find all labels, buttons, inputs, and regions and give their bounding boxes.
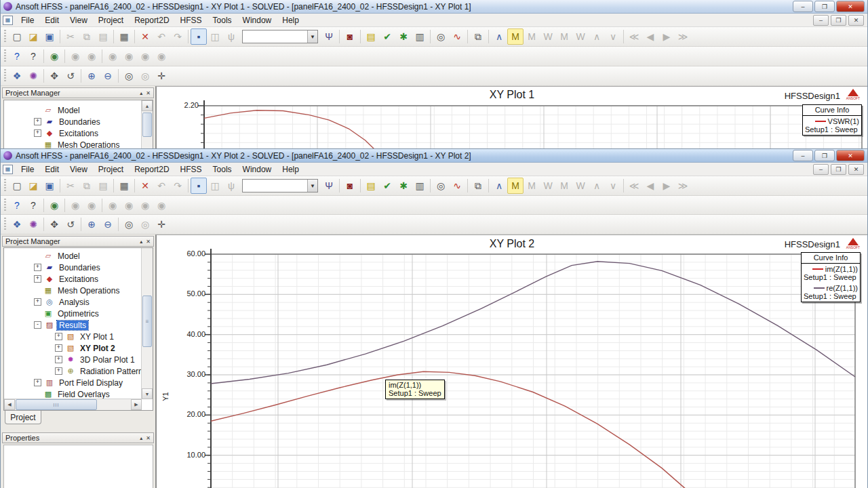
hide-selection-icon[interactable]: ◉ bbox=[67, 48, 83, 64]
project-tab[interactable]: Project bbox=[5, 411, 41, 424]
trace-min-icon[interactable]: W bbox=[540, 178, 556, 194]
tree-horizontal-scrollbar[interactable]: ◀ III ▶ bbox=[4, 399, 142, 410]
menu-tools[interactable]: Tools bbox=[208, 15, 237, 26]
tree-expander-icon[interactable]: + bbox=[55, 367, 62, 375]
select-face-icon[interactable]: ◫ bbox=[207, 28, 223, 45]
minimize-button[interactable]: – bbox=[793, 1, 813, 12]
context-help-icon[interactable]: ? bbox=[25, 48, 41, 64]
analyze-icon[interactable]: ✱ bbox=[395, 28, 412, 45]
select-object-icon[interactable]: ▪ bbox=[191, 28, 207, 45]
help-topics-icon[interactable]: ? bbox=[9, 197, 25, 214]
paste-icon[interactable]: ▤ bbox=[95, 28, 111, 45]
properties-header[interactable]: Properties ▴ ✕ bbox=[2, 432, 154, 443]
fit-selection-icon[interactable]: ◎ bbox=[137, 68, 153, 84]
trace-max-icon[interactable]: M bbox=[524, 178, 540, 194]
next-sweep-icon[interactable]: ▶ bbox=[658, 178, 675, 194]
zoom-in-window-icon[interactable]: ⊕ bbox=[83, 68, 100, 84]
new-file-icon[interactable]: ▢ bbox=[9, 178, 25, 194]
first-sweep-icon[interactable]: ≪ bbox=[626, 178, 642, 194]
orientation-axes-icon[interactable]: ✛ bbox=[153, 68, 170, 84]
show-all-objects-icon[interactable]: ◉ bbox=[46, 197, 62, 214]
cut-icon[interactable]: ✂ bbox=[62, 28, 79, 45]
context-help-icon[interactable]: ? bbox=[25, 197, 41, 214]
show-active-icon[interactable]: ◉ bbox=[153, 197, 170, 214]
tree-item-label[interactable]: Model bbox=[56, 251, 82, 261]
validate-icon[interactable]: ✔ bbox=[379, 28, 395, 45]
show-hidden-icon[interactable]: ◉ bbox=[121, 48, 137, 64]
zoom-report-icon[interactable]: ◎ bbox=[433, 28, 449, 45]
rotate-view-icon[interactable]: ↺ bbox=[62, 216, 79, 232]
tree-expander-icon[interactable]: + bbox=[55, 333, 62, 340]
pan-icon[interactable]: ✥ bbox=[46, 68, 62, 84]
tree-item-label[interactable]: Boundaries bbox=[57, 117, 102, 127]
tree-item-label[interactable]: Results bbox=[57, 321, 88, 330]
tree-item-label[interactable]: Excitations bbox=[57, 274, 100, 284]
tree-item-xy-plot-2[interactable]: +▧XY Plot 2 bbox=[4, 342, 153, 354]
scrollbar-thumb[interactable]: ≡ bbox=[142, 296, 152, 347]
create-report-icon[interactable]: ∿ bbox=[449, 28, 465, 45]
scroll-up-icon[interactable]: ▲ bbox=[142, 100, 153, 111]
solution-data-icon[interactable]: ▥ bbox=[412, 178, 428, 194]
radiation-sphere-icon[interactable]: ✺ bbox=[25, 216, 41, 232]
hide-all-icon[interactable]: ◉ bbox=[104, 197, 121, 214]
last-sweep-icon[interactable]: ≫ bbox=[675, 28, 691, 45]
trace-fit-icon[interactable]: M bbox=[507, 178, 524, 194]
undo-icon[interactable]: ↶ bbox=[153, 178, 170, 194]
close-button[interactable]: ✕ bbox=[836, 150, 865, 161]
validate-icon[interactable]: ✔ bbox=[379, 178, 395, 194]
paste-icon[interactable]: ▤ bbox=[95, 178, 111, 194]
hide-active-icon[interactable]: ◉ bbox=[137, 48, 153, 64]
scrollbar-thumb[interactable] bbox=[142, 113, 152, 137]
fit-all-icon[interactable]: ◎ bbox=[121, 68, 137, 84]
trace-min2-icon[interactable]: W bbox=[572, 28, 589, 45]
show-all-objects-icon[interactable]: ◉ bbox=[46, 48, 62, 64]
last-sweep-icon[interactable]: ≫ bbox=[675, 178, 691, 194]
tree-item-label[interactable]: XY Plot 1 bbox=[78, 332, 116, 342]
minimize-button[interactable]: – bbox=[793, 150, 813, 161]
solid-model-icon[interactable]: ❖ bbox=[9, 216, 25, 232]
select-edge-icon[interactable]: ψ bbox=[223, 178, 239, 194]
trace-peak-icon[interactable]: ∧ bbox=[491, 178, 507, 194]
scroll-right-icon[interactable]: ▶ bbox=[131, 399, 142, 410]
open-file-icon[interactable]: ◪ bbox=[25, 28, 41, 45]
tree-expander-icon[interactable]: + bbox=[34, 298, 41, 306]
tree-item-model[interactable]: ▱Model bbox=[4, 104, 153, 116]
show-active-icon[interactable]: ◉ bbox=[153, 48, 170, 64]
trace-down-icon[interactable]: ∨ bbox=[605, 28, 621, 45]
zoom-in-window-icon[interactable]: ⊕ bbox=[83, 216, 100, 232]
tree-item-results[interactable]: -▨Results bbox=[4, 319, 153, 331]
copy-icon[interactable]: ⧉ bbox=[79, 28, 95, 45]
sweep-variable-combobox[interactable]: ▼ bbox=[242, 179, 318, 192]
tree-item-label[interactable]: Field Overlays bbox=[56, 390, 112, 399]
tree-item-optimetrics[interactable]: ▣Optimetrics bbox=[4, 308, 153, 319]
tree-expander-icon[interactable]: + bbox=[55, 344, 62, 352]
undo-icon[interactable]: ↶ bbox=[153, 28, 170, 45]
menu-help[interactable]: Help bbox=[277, 15, 304, 26]
previous-sweep-icon[interactable]: ◀ bbox=[642, 178, 658, 194]
variables-tree-icon[interactable]: Ψ bbox=[321, 28, 337, 45]
trace-down-icon[interactable]: ∨ bbox=[605, 178, 621, 194]
next-sweep-icon[interactable]: ▶ bbox=[658, 28, 675, 45]
delete-icon[interactable]: ✕ bbox=[137, 28, 153, 45]
trace-fit-icon[interactable]: M bbox=[507, 28, 524, 45]
trace-min2-icon[interactable]: W bbox=[572, 178, 589, 194]
rotate-view-icon[interactable]: ↺ bbox=[62, 68, 79, 84]
menu-hfss[interactable]: HFSS bbox=[175, 15, 208, 26]
scrollbar-thumb[interactable]: III bbox=[16, 399, 97, 410]
trace-max-icon[interactable]: M bbox=[524, 28, 540, 45]
tree-item-xy-plot-1[interactable]: +▧XY Plot 1 bbox=[4, 331, 153, 342]
close-button[interactable]: ✕ bbox=[836, 1, 865, 12]
trace-max2-icon[interactable]: M bbox=[556, 178, 572, 194]
panel-collapse-icon[interactable]: ▴ bbox=[140, 90, 142, 96]
curve-info-legend[interactable]: Curve Info im(Z(1,1))Setup1 : Sweepre(Z(… bbox=[801, 252, 861, 302]
curve-info-legend[interactable]: Curve Info VSWR(1)Setup1 : Sweep bbox=[802, 104, 862, 136]
tree-item-boundaries[interactable]: +▰Boundaries bbox=[4, 262, 153, 273]
toolbar-grip[interactable] bbox=[4, 179, 6, 192]
menu-file[interactable]: File bbox=[16, 15, 39, 26]
menu-report2d[interactable]: Report2D bbox=[129, 164, 174, 175]
tree-item-3d-polar-plot-1[interactable]: +✹3D Polar Plot 1 bbox=[4, 354, 153, 365]
hide-all-icon[interactable]: ◉ bbox=[104, 48, 121, 64]
series-curve-VSWR(1)[interactable] bbox=[204, 110, 377, 152]
menu-edit[interactable]: Edit bbox=[39, 15, 64, 26]
menu-report2d[interactable]: Report2D bbox=[129, 15, 174, 26]
